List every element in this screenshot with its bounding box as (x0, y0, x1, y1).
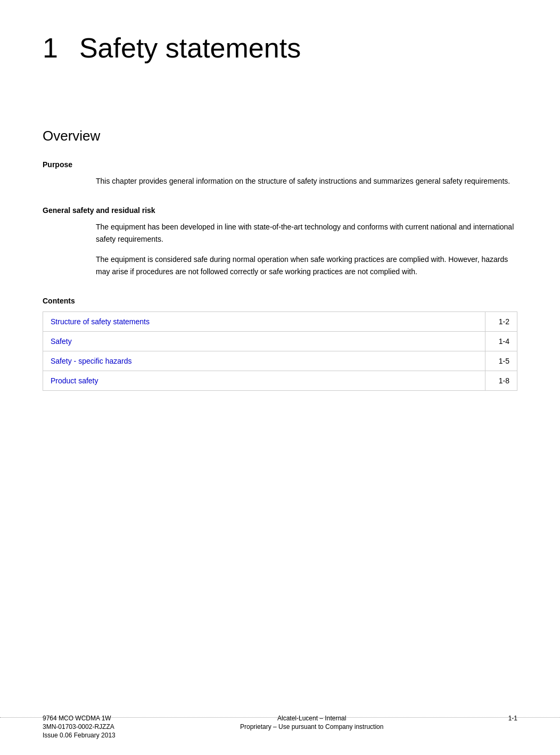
contents-section: Contents Structure of safety statements1… (43, 297, 517, 391)
overview-section: Overview (43, 128, 517, 144)
contents-page-ref: 1-4 (485, 331, 517, 351)
general-safety-paragraph2: The equipment is considered safe during … (96, 253, 517, 277)
contents-page-ref: 1-5 (485, 351, 517, 371)
table-row[interactable]: Product safety1-8 (43, 371, 517, 390)
footer-left: 9764 MCO WCDMA 1W 3MN-01703-0002-RJZZA I… (43, 715, 116, 739)
chapter-header: 1 Safety statements (43, 32, 517, 64)
purpose-section: Purpose This chapter provides general in… (43, 160, 517, 187)
footer-center-line1: Alcatel-Lucent – Internal (240, 715, 383, 722)
footer: 9764 MCO WCDMA 1W 3MN-01703-0002-RJZZA I… (43, 715, 517, 739)
chapter-number: 1 (43, 32, 58, 64)
purpose-label: Purpose (43, 160, 517, 169)
footer-center-line2: Proprietary – Use pursuant to Company in… (240, 723, 383, 731)
footer-left-line3: Issue 0.06 February 2013 (43, 732, 116, 739)
chapter-title: Safety statements (79, 32, 301, 64)
contents-link[interactable]: Structure of safety statements (43, 311, 485, 331)
contents-table: Structure of safety statements1-2Safety1… (43, 311, 517, 391)
table-row[interactable]: Safety1-4 (43, 331, 517, 351)
table-row[interactable]: Safety - specific hazards1-5 (43, 351, 517, 371)
contents-link[interactable]: Safety (43, 331, 485, 351)
footer-left-line2: 3MN-01703-0002-RJZZA (43, 723, 116, 731)
footer-center: Alcatel-Lucent – Internal Proprietary – … (240, 715, 383, 739)
general-safety-section: General safety and residual risk The equ… (43, 206, 517, 277)
contents-page-ref: 1-2 (485, 311, 517, 331)
table-row[interactable]: Structure of safety statements1-2 (43, 311, 517, 331)
contents-link[interactable]: Safety - specific hazards (43, 351, 485, 371)
footer-right: 1-1 (508, 715, 517, 739)
page-container: 1 Safety statements Overview Purpose Thi… (0, 0, 560, 755)
contents-link[interactable]: Product safety (43, 371, 485, 390)
contents-label: Contents (43, 297, 517, 305)
purpose-text: This chapter provides general informatio… (96, 175, 517, 187)
general-safety-label: General safety and residual risk (43, 206, 517, 215)
footer-left-line1: 9764 MCO WCDMA 1W (43, 715, 116, 722)
general-safety-paragraph1: The equipment has been developed in line… (96, 221, 517, 245)
overview-title: Overview (43, 128, 517, 144)
contents-page-ref: 1-8 (485, 371, 517, 390)
